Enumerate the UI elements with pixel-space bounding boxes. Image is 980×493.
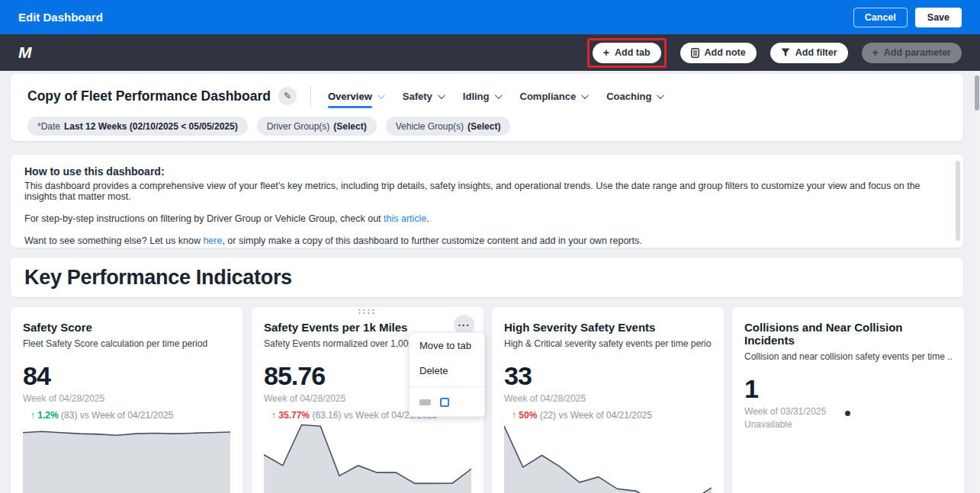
sparkline-chart	[264, 415, 471, 493]
edit-title-button[interactable]: ✎	[278, 87, 297, 105]
toolbar-actions: + Add tab Add note Add filter + Add para…	[587, 38, 962, 68]
page-scrollbar-thumb[interactable]	[975, 75, 979, 110]
card-size-options	[410, 390, 484, 416]
tab-overview[interactable]: Overview	[328, 91, 383, 107]
note-text: , or simply make a copy of this dashboar…	[222, 235, 641, 246]
dashboard-content: Copy of Fleet Performance Dashboard ✎ Ov…	[0, 71, 980, 493]
chevron-down-icon[interactable]	[438, 91, 445, 99]
filter-chips-row: *Date Last 12 Weeks (02/10/2025 < 05/05/…	[27, 117, 946, 136]
add-tab-label: Add tab	[615, 47, 651, 58]
cancel-button[interactable]: Cancel	[853, 8, 908, 27]
kpi-section-heading: Key Performance Indicators	[24, 266, 292, 290]
chevron-down-icon[interactable]	[378, 91, 385, 99]
tab-coaching[interactable]: Coaching	[606, 91, 662, 107]
plus-icon: +	[603, 47, 609, 58]
menu-item-move-to-tab[interactable]: Move to tab	[410, 333, 484, 358]
vehicle-group-filter-chip[interactable]: Vehicle Group(s) (Select)	[386, 117, 511, 136]
card-title: Collisions and Near Collision Incidents	[744, 321, 952, 347]
add-filter-label: Add filter	[795, 47, 837, 58]
drag-handle-icon[interactable]	[359, 309, 377, 314]
note-icon	[691, 48, 699, 58]
card-subtitle: Collision and near collision safety even…	[744, 351, 952, 362]
kpi-heading-panel: Key Performance Indicators	[11, 258, 963, 297]
kpi-card-high-severity-safety-events[interactable]: High Severity Safety Events High & Criti…	[492, 307, 724, 493]
kpi-period: Week of 04/28/2025	[23, 393, 230, 404]
dashboard-header-panel: Copy of Fleet Performance Dashboard ✎ Ov…	[11, 74, 963, 141]
note-text: For step-by-step instructions on filteri…	[24, 213, 384, 224]
tab-compliance[interactable]: Compliance	[520, 91, 587, 107]
add-parameter-button[interactable]: + Add parameter	[862, 43, 962, 63]
kpi-value: 1	[744, 374, 952, 404]
driver-group-filter-chip[interactable]: Driver Group(s) (Select)	[257, 117, 377, 136]
here-link[interactable]: here	[203, 235, 222, 246]
chevron-down-icon[interactable]	[657, 91, 664, 99]
kpi-status: Unavailable	[744, 419, 952, 430]
note-text: .	[426, 213, 429, 224]
tab-label: Safety	[403, 91, 432, 102]
dashboard-title-row: Copy of Fleet Performance Dashboard ✎ Ov…	[27, 86, 946, 106]
kpi-value: 33	[504, 361, 712, 391]
kpi-cards-row: Safety Score Fleet Safety Score calculat…	[11, 307, 964, 493]
pencil-icon: ✎	[284, 91, 291, 101]
chip-prefix: *Date	[37, 121, 60, 132]
page-scrollbar[interactable]	[974, 71, 980, 493]
card-size-full-icon[interactable]	[440, 398, 449, 407]
kpi-card-safety-score[interactable]: Safety Score Fleet Safety Score calculat…	[11, 307, 243, 493]
motive-logo: M	[18, 43, 31, 62]
add-note-button[interactable]: Add note	[680, 43, 757, 63]
note-text: Want to see something else? Let us know	[24, 235, 203, 246]
tab-label: Compliance	[520, 91, 577, 102]
card-subtitle: Fleet Safety Score calculation per time …	[23, 338, 230, 349]
chip-prefix: Vehicle Group(s)	[396, 121, 464, 132]
chip-value: (Select)	[333, 121, 366, 132]
card-title: Safety Score	[23, 321, 230, 334]
chip-prefix: Driver Group(s)	[267, 121, 330, 132]
card-size-half-icon[interactable]	[419, 399, 431, 405]
chevron-down-icon[interactable]	[581, 91, 589, 99]
chip-value: Last 12 Weeks (02/10/2025 < 05/05/2025)	[64, 121, 238, 132]
kpi-value: 84	[23, 361, 230, 391]
dashboard-title: Copy of Fleet Performance Dashboard	[27, 88, 271, 104]
chip-value: (Select)	[468, 121, 500, 132]
top-app-bar: Edit Dashboard Cancel Save	[0, 0, 980, 34]
note-paragraph-2: For step-by-step instructions on filteri…	[24, 213, 943, 224]
dashboard-tabs: Overview Safety Idling Compliance	[328, 88, 662, 104]
menu-divider	[410, 386, 484, 387]
vertical-divider	[310, 86, 311, 106]
menu-item-delete[interactable]: Delete	[410, 358, 484, 383]
note-paragraph-3: Want to see something else? Let us know …	[24, 235, 943, 246]
kpi-period: Week of 04/28/2025	[504, 393, 712, 404]
tab-idling[interactable]: Idling	[463, 91, 500, 107]
kpi-card-safety-events-per-1k-miles[interactable]: Safety Events per 1k Miles Safety Events…	[252, 307, 484, 493]
card-subtitle: High & Critical severity safety events p…	[504, 338, 712, 349]
note-scrollbar-thumb[interactable]	[956, 161, 960, 241]
sparkline-chart	[23, 415, 230, 493]
add-tab-button[interactable]: + Add tab	[593, 43, 661, 63]
note-heading: How to use this dashboard:	[24, 165, 943, 178]
dashboard-toolbar: M + Add tab Add note Add filter	[0, 34, 980, 71]
edit-dashboard-screen: Edit Dashboard Cancel Save M + Add tab A…	[0, 0, 980, 493]
add-parameter-label: Add parameter	[884, 47, 951, 58]
tab-label: Coaching	[606, 91, 651, 102]
plus-icon: +	[872, 47, 879, 58]
chevron-down-icon[interactable]	[494, 91, 502, 99]
ellipsis-icon: ···	[458, 319, 471, 331]
add-filter-button[interactable]: Add filter	[770, 43, 848, 63]
tab-safety[interactable]: Safety	[403, 91, 443, 107]
data-point-dot	[845, 411, 850, 416]
card-options-menu: Move to tab Delete	[409, 332, 485, 417]
this-article-link[interactable]: this article	[384, 213, 426, 224]
tab-label: Idling	[463, 91, 490, 102]
tab-label: Overview	[328, 91, 372, 102]
add-note-label: Add note	[705, 47, 746, 58]
page-title: Edit Dashboard	[18, 11, 103, 24]
add-tab-highlight-annotation: + Add tab	[587, 38, 667, 68]
note-paragraph-1: This dashboard provides a comprehensive …	[24, 181, 943, 202]
sparkline-chart	[504, 415, 712, 493]
save-button[interactable]: Save	[915, 8, 962, 27]
kpi-card-collisions[interactable]: Collisions and Near Collision Incidents …	[732, 307, 964, 493]
how-to-note-panel: How to use this dashboard: This dashboar…	[11, 155, 963, 248]
card-title: High Severity Safety Events	[504, 321, 712, 334]
date-filter-chip[interactable]: *Date Last 12 Weeks (02/10/2025 < 05/05/…	[27, 117, 248, 136]
filter-funnel-icon	[781, 48, 790, 57]
